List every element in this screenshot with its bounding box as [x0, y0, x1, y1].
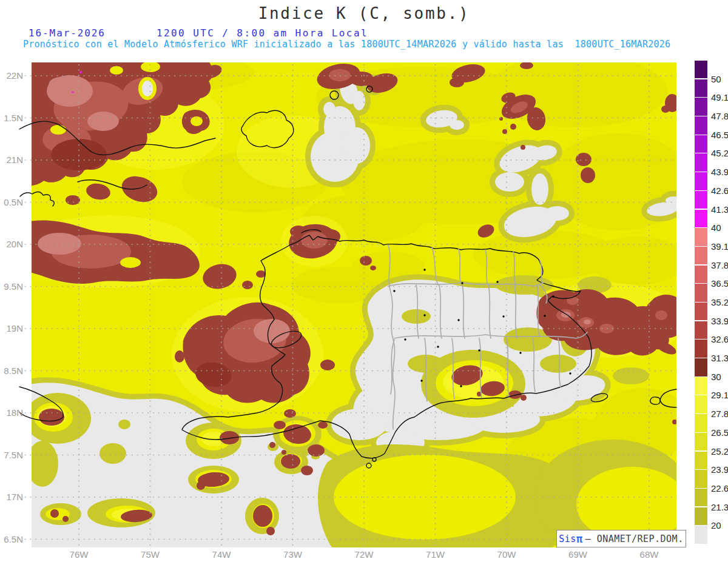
- x-axis-label: 74W: [208, 549, 235, 560]
- colorbar-cell: [695, 191, 707, 209]
- colorbar-cell: [695, 340, 707, 357]
- colorbar-tick-label: 45.2: [711, 148, 728, 158]
- x-axis-label: 69W: [565, 549, 592, 560]
- colorbar-cell: [695, 266, 707, 283]
- colorbar-tick-label: 35.2: [711, 297, 728, 307]
- map-fill-layer: [18, 55, 692, 558]
- colorbar-cell: [695, 470, 707, 487]
- colorbar-tick-label: 27.8: [711, 409, 728, 419]
- sispi-onamet-label: Sisπ– ONAMET/REP.DOM.: [556, 530, 686, 547]
- onamet-credit-text: – ONAMET/REP.DOM.: [585, 534, 684, 544]
- weather-map-page: Indice K (C, somb.) 16-Mar-2026 1200 UTC…: [0, 0, 728, 562]
- x-axis-label: 73W: [280, 549, 306, 560]
- y-axis-label: 18N: [0, 407, 23, 418]
- map-svg: [0, 0, 728, 562]
- time-label: 1200 UTC / 8:00 am Hora Local: [157, 27, 368, 39]
- forecast-label: Pronóstico con el Modelo Atmósferico WRF…: [23, 39, 670, 50]
- x-axis-label: 76W: [66, 549, 92, 560]
- colorbar-tick-label: 29.1: [711, 390, 728, 400]
- colorbar-cell: [695, 153, 707, 171]
- colorbar-tick-label: 33.9: [711, 316, 728, 326]
- colorbar-tick-label: 23.9: [711, 464, 728, 475]
- colorbar-cell: [695, 284, 707, 301]
- colorbar-cell: [695, 228, 707, 246]
- colorbar-tick-label: 25.2: [711, 446, 728, 457]
- colorbar-tick-label: 20: [711, 520, 721, 530]
- colorbar-cell: [695, 526, 707, 543]
- colorbar-cell: [695, 61, 707, 78]
- x-axis-label: 70W: [493, 549, 520, 560]
- y-axis-label: 7.5N: [0, 450, 23, 460]
- colorbar-cell: [695, 135, 707, 153]
- colorbar-cell: [695, 377, 707, 395]
- colorbar-cell: [695, 414, 707, 432]
- colorbar-cell: [695, 172, 707, 190]
- colorbar-cell: [695, 452, 707, 469]
- x-axis-label: 71W: [422, 549, 449, 560]
- y-axis-label: 17N: [0, 492, 23, 502]
- colorbar-tick-label: 30: [711, 372, 721, 382]
- x-axis-label: 68W: [636, 549, 662, 560]
- colorbar-tick-label: 39.1: [711, 241, 728, 252]
- colorbar-tick-label: 46.5: [711, 130, 728, 140]
- y-axis-label: 21N: [0, 155, 23, 165]
- colorbar-cell: [695, 98, 707, 115]
- colorbar-tick-label: 47.8: [711, 111, 728, 121]
- colorbar-cell: [695, 358, 707, 376]
- colorbar-cell: [695, 247, 707, 264]
- colorbar-cell: [695, 79, 707, 97]
- page-title: Indice K (C, somb.): [0, 4, 728, 22]
- colorbar-tick-label: 49.1: [711, 92, 728, 102]
- y-axis-label: 6.5N: [0, 534, 23, 544]
- colorbar-tick-label: 32.6: [711, 334, 728, 344]
- colorbar-tick-label: 26.5: [711, 427, 728, 438]
- sispi-logo-text: Sis: [559, 534, 576, 544]
- x-axis-label: 72W: [351, 549, 377, 560]
- colorbar-cell: [695, 116, 707, 134]
- y-axis-label: 19N: [0, 323, 23, 333]
- y-axis-label: 22N: [0, 70, 23, 81]
- colorbar-tick-label: 21.3: [711, 502, 728, 512]
- y-axis-label: 20N: [0, 239, 23, 249]
- colorbar-cell: [695, 433, 707, 450]
- colorbar-cell: [695, 303, 707, 320]
- gray-notch-in-red: [140, 79, 155, 98]
- colorbar-tick-label: 36.5: [711, 278, 728, 289]
- colorbar-cell: [695, 507, 707, 525]
- colorbar-cell: [695, 210, 707, 227]
- y-axis-label: 9.5N: [0, 281, 23, 292]
- colorbar-tick-label: 41.3: [711, 204, 728, 215]
- pi-icon: π: [576, 533, 583, 545]
- colorbar-tick-label: 31.3: [711, 353, 728, 363]
- colorbar-cell: [695, 395, 707, 413]
- colorbar-tick-label: 37.8: [711, 260, 728, 270]
- y-axis-label: 0.5N: [0, 197, 23, 207]
- y-axis-label: 1.5N: [0, 113, 23, 123]
- colorbar-tick-label: 42.6: [711, 186, 728, 196]
- colorbar-tick-label: 43.9: [711, 167, 728, 177]
- colorbar-tick-label: 50: [711, 74, 721, 84]
- y-axis-label: 8.5N: [0, 366, 23, 376]
- colorbar-cell: [695, 489, 707, 506]
- colorbar-tick-label: 22.6: [711, 483, 728, 493]
- x-axis-label: 75W: [137, 549, 164, 560]
- colorbar-cell: [695, 321, 707, 339]
- date-label: 16-Mar-2026: [29, 27, 106, 39]
- colorbar-tick-label: 40: [711, 222, 721, 233]
